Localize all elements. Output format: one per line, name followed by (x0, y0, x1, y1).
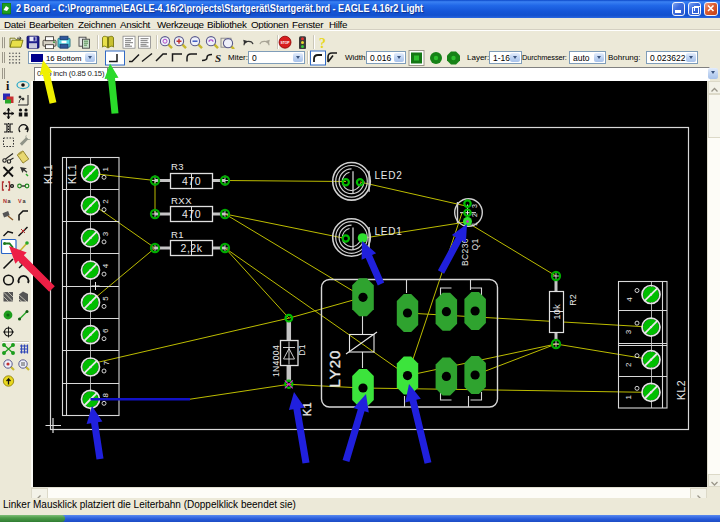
svg-text:4: 4 (102, 263, 111, 268)
svg-text:3: 3 (102, 231, 111, 236)
svg-text:2,2k: 2,2k (181, 242, 203, 254)
svg-text:RXX: RXX (171, 195, 192, 206)
svg-text:3: 3 (471, 204, 478, 208)
svg-text:1: 1 (102, 167, 111, 172)
svg-text:R2: R2 (568, 294, 578, 306)
svg-text:470: 470 (182, 208, 201, 220)
svg-text:i: i (6, 79, 10, 93)
svg-text:LY20: LY20 (326, 350, 343, 388)
svg-text:V: V (18, 198, 22, 204)
svg-text:3: 3 (625, 329, 634, 334)
svg-text:7: 7 (102, 360, 111, 365)
svg-text:2: 2 (625, 362, 634, 367)
svg-text:a: a (8, 198, 12, 204)
svg-text:KL1: KL1 (42, 164, 54, 184)
svg-text:a: a (23, 198, 27, 204)
svg-text:Q1: Q1 (470, 238, 480, 250)
svg-text:KL1: KL1 (66, 164, 78, 184)
svg-text:2: 2 (102, 199, 111, 204)
svg-text:470: 470 (182, 175, 201, 187)
svg-text:5: 5 (102, 296, 111, 301)
svg-text:2: 2 (471, 213, 478, 217)
svg-text:LED1: LED1 (375, 226, 403, 237)
svg-text:S: S (215, 52, 221, 64)
svg-text:6: 6 (102, 328, 111, 333)
svg-text:8: 8 (102, 393, 111, 398)
svg-text:R1: R1 (171, 229, 184, 240)
svg-text:R3: R3 (171, 161, 184, 172)
svg-text:D1: D1 (297, 344, 307, 356)
svg-text:4: 4 (625, 297, 634, 302)
svg-text:?: ? (319, 36, 326, 50)
svg-text:STOP: STOP (280, 41, 290, 45)
svg-text:N: N (3, 198, 7, 204)
svg-text:1: 1 (625, 395, 634, 400)
svg-text:LED2: LED2 (375, 170, 403, 181)
svg-text:10k: 10k (551, 304, 562, 320)
svg-text:K1: K1 (301, 402, 313, 416)
svg-text:1N4004: 1N4004 (271, 345, 281, 377)
svg-text:1: 1 (471, 222, 478, 226)
svg-text:KL2: KL2 (675, 380, 687, 400)
